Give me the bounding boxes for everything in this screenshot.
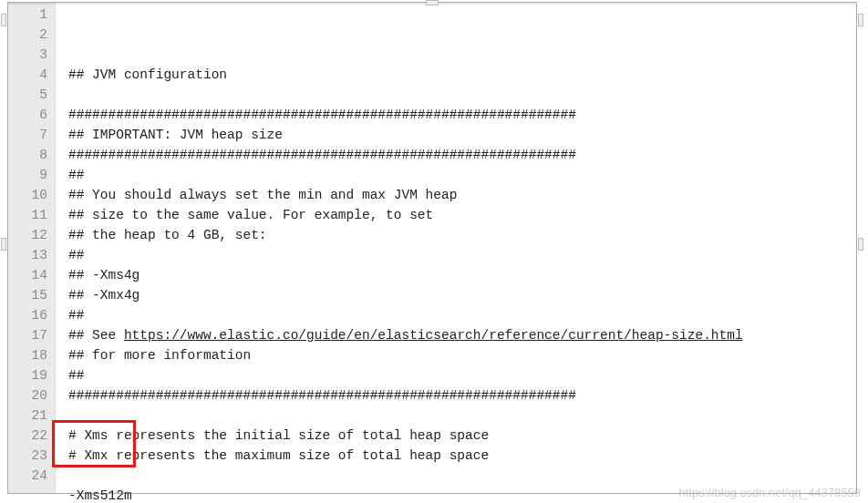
- line-number: 4: [8, 65, 47, 85]
- ruler-left-handle-mid[interactable]: [1, 238, 6, 251]
- code-text: ##: [68, 168, 84, 182]
- line-number: 7: [8, 125, 47, 145]
- code-text: ########################################…: [68, 108, 576, 122]
- code-line[interactable]: # Xms represents the initial size of tot…: [68, 426, 856, 446]
- code-line[interactable]: [68, 85, 856, 105]
- code-text: ########################################…: [68, 148, 576, 162]
- code-text: ## You should always set the min and max…: [68, 188, 457, 202]
- code-editor[interactable]: 123456789101112131415161718192021222324 …: [8, 3, 856, 493]
- code-area[interactable]: ## JVM configuration####################…: [56, 3, 856, 493]
- url-link[interactable]: https://www.elastic.co/guide/en/elastics…: [124, 328, 743, 343]
- code-line[interactable]: ## See https://www.elastic.co/guide/en/e…: [68, 325, 856, 345]
- code-line[interactable]: ########################################…: [68, 385, 856, 405]
- code-line[interactable]: ## -Xms4g: [68, 265, 856, 285]
- code-text: ## the heap to 4 GB, set:: [68, 228, 267, 242]
- code-text: ##: [68, 368, 84, 383]
- ruler-right-handle-top[interactable]: [858, 14, 863, 26]
- ruler-right-handle-mid[interactable]: [858, 238, 863, 251]
- code-line[interactable]: ##: [68, 165, 856, 185]
- code-text: # Xmx represents the maximum size of tot…: [68, 448, 489, 463]
- code-line[interactable]: ########################################…: [68, 105, 856, 125]
- code-line[interactable]: ## IMPORTANT: JVM heap size: [68, 125, 856, 145]
- code-line[interactable]: # Xmx represents the maximum size of tot…: [68, 446, 856, 466]
- code-text: ## IMPORTANT: JVM heap size: [68, 128, 283, 142]
- line-number: 24: [8, 466, 47, 486]
- code-text: ##: [68, 308, 84, 323]
- code-text: ## size to the same value. For example, …: [68, 208, 433, 222]
- code-text: -Xms512m: [68, 488, 132, 503]
- code-text: ## JVM configuration: [68, 67, 227, 82]
- line-number: 12: [8, 225, 47, 245]
- line-number: 2: [8, 25, 47, 45]
- code-text: ## for more information: [68, 348, 251, 363]
- code-text: ## See: [68, 328, 124, 343]
- line-number-gutter: 123456789101112131415161718192021222324: [8, 3, 56, 493]
- editor-frame: 123456789101112131415161718192021222324 …: [7, 2, 857, 494]
- line-number: 20: [8, 385, 47, 405]
- code-text: # Xms represents the initial size of tot…: [68, 428, 489, 443]
- line-number: 13: [8, 245, 47, 265]
- line-number: 1: [8, 5, 47, 25]
- line-number: 10: [8, 185, 47, 205]
- line-number: 6: [8, 105, 47, 125]
- code-line[interactable]: ## You should always set the min and max…: [68, 185, 856, 205]
- code-line[interactable]: [68, 405, 856, 426]
- line-number: 8: [8, 145, 47, 165]
- code-line[interactable]: ##: [68, 245, 856, 265]
- code-line[interactable]: ## size to the same value. For example, …: [68, 205, 856, 225]
- code-text: ## -Xmx4g: [68, 288, 140, 303]
- line-number: 22: [8, 426, 47, 446]
- line-number: 9: [8, 165, 47, 185]
- line-number: 18: [8, 345, 47, 365]
- code-line[interactable]: ## for more information: [68, 345, 856, 365]
- line-number: 3: [8, 45, 47, 65]
- line-number: 14: [8, 265, 47, 285]
- code-text: ##: [68, 248, 84, 262]
- ruler-top-handle[interactable]: [426, 0, 439, 5]
- code-line[interactable]: ## JVM configuration: [68, 65, 856, 85]
- line-number: 23: [8, 446, 47, 466]
- code-line[interactable]: -Xms512m: [68, 486, 856, 503]
- code-line[interactable]: ## the heap to 4 GB, set:: [68, 225, 856, 245]
- line-number: 17: [8, 325, 47, 345]
- line-number: 21: [8, 405, 47, 426]
- code-line[interactable]: ##: [68, 305, 856, 325]
- line-number: 5: [8, 85, 47, 105]
- code-text: ########################################…: [68, 388, 576, 403]
- code-line[interactable]: ## -Xmx4g: [68, 285, 856, 305]
- code-text: ## -Xms4g: [68, 268, 140, 282]
- code-line[interactable]: ##: [68, 365, 856, 385]
- line-number: 19: [8, 365, 47, 385]
- code-line[interactable]: ########################################…: [68, 145, 856, 165]
- line-number: 15: [8, 285, 47, 305]
- ruler-left-handle-top[interactable]: [1, 14, 6, 26]
- line-number: 11: [8, 205, 47, 225]
- line-number: 16: [8, 305, 47, 325]
- code-line[interactable]: [68, 466, 856, 486]
